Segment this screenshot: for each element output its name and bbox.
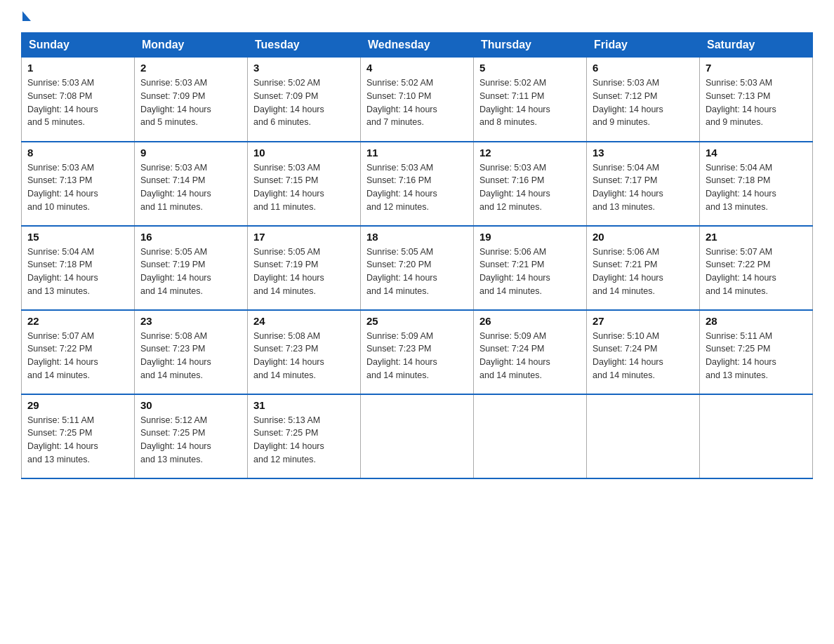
calendar-cell: 2Sunrise: 5:03 AMSunset: 7:09 PMDaylight…: [135, 58, 248, 142]
day-info: Sunrise: 5:03 AMSunset: 7:15 PMDaylight:…: [253, 161, 355, 214]
calendar-cell: 4Sunrise: 5:02 AMSunset: 7:10 PMDaylight…: [361, 58, 474, 142]
calendar-cell: 9Sunrise: 5:03 AMSunset: 7:14 PMDaylight…: [135, 142, 248, 226]
calendar-table: SundayMondayTuesdayWednesdayThursdayFrid…: [21, 32, 813, 479]
day-info: Sunrise: 5:02 AMSunset: 7:09 PMDaylight:…: [253, 76, 355, 129]
calendar-cell: 21Sunrise: 5:07 AMSunset: 7:22 PMDayligh…: [700, 226, 813, 310]
day-number: 17: [253, 231, 355, 243]
calendar-cell: 7Sunrise: 5:03 AMSunset: 7:13 PMDaylight…: [700, 58, 813, 142]
calendar-cell: 24Sunrise: 5:08 AMSunset: 7:23 PMDayligh…: [248, 310, 361, 394]
day-number: 31: [253, 399, 355, 411]
week-row-1: 1Sunrise: 5:03 AMSunset: 7:08 PMDaylight…: [22, 58, 813, 142]
day-number: 30: [140, 399, 241, 411]
day-info: Sunrise: 5:03 AMSunset: 7:16 PMDaylight:…: [366, 161, 468, 214]
day-number: 28: [706, 315, 807, 327]
day-info: Sunrise: 5:03 AMSunset: 7:09 PMDaylight:…: [140, 76, 241, 129]
page-header: [21, 14, 813, 21]
day-info: Sunrise: 5:06 AMSunset: 7:21 PMDaylight:…: [479, 246, 581, 298]
calendar-cell: 20Sunrise: 5:06 AMSunset: 7:21 PMDayligh…: [587, 226, 700, 310]
day-info: Sunrise: 5:09 AMSunset: 7:24 PMDaylight:…: [479, 330, 581, 382]
day-info: Sunrise: 5:03 AMSunset: 7:08 PMDaylight:…: [27, 76, 128, 129]
day-number: 14: [706, 147, 807, 159]
day-info: Sunrise: 5:08 AMSunset: 7:23 PMDaylight:…: [140, 330, 241, 382]
calendar-cell: 6Sunrise: 5:03 AMSunset: 7:12 PMDaylight…: [587, 58, 700, 142]
calendar-cell: 28Sunrise: 5:11 AMSunset: 7:25 PMDayligh…: [700, 310, 813, 394]
calendar-cell: 5Sunrise: 5:02 AMSunset: 7:11 PMDaylight…: [474, 58, 587, 142]
calendar-cell: [700, 394, 813, 478]
day-info: Sunrise: 5:05 AMSunset: 7:19 PMDaylight:…: [140, 246, 241, 298]
logo: [21, 14, 31, 21]
day-info: Sunrise: 5:12 AMSunset: 7:25 PMDaylight:…: [140, 414, 241, 467]
day-number: 16: [140, 231, 241, 243]
calendar-cell: 13Sunrise: 5:04 AMSunset: 7:17 PMDayligh…: [587, 142, 700, 226]
calendar-cell: [361, 394, 474, 478]
day-number: 13: [593, 147, 694, 159]
day-number: 15: [27, 231, 128, 243]
day-number: 4: [366, 62, 468, 74]
calendar-cell: 1Sunrise: 5:03 AMSunset: 7:08 PMDaylight…: [22, 58, 135, 142]
calendar-cell: 25Sunrise: 5:09 AMSunset: 7:23 PMDayligh…: [361, 310, 474, 394]
day-number: 26: [479, 315, 581, 327]
day-info: Sunrise: 5:11 AMSunset: 7:25 PMDaylight:…: [706, 330, 807, 382]
calendar-cell: 26Sunrise: 5:09 AMSunset: 7:24 PMDayligh…: [474, 310, 587, 394]
calendar-cell: 31Sunrise: 5:13 AMSunset: 7:25 PMDayligh…: [248, 394, 361, 478]
day-number: 7: [706, 62, 807, 74]
day-number: 5: [479, 62, 581, 74]
calendar-cell: 10Sunrise: 5:03 AMSunset: 7:15 PMDayligh…: [248, 142, 361, 226]
header-saturday: Saturday: [700, 33, 813, 58]
header-friday: Friday: [587, 33, 700, 58]
day-info: Sunrise: 5:02 AMSunset: 7:11 PMDaylight:…: [479, 76, 581, 129]
calendar-cell: 30Sunrise: 5:12 AMSunset: 7:25 PMDayligh…: [135, 394, 248, 478]
calendar-cell: 3Sunrise: 5:02 AMSunset: 7:09 PMDaylight…: [248, 58, 361, 142]
week-row-5: 29Sunrise: 5:11 AMSunset: 7:25 PMDayligh…: [22, 394, 813, 478]
week-row-3: 15Sunrise: 5:04 AMSunset: 7:18 PMDayligh…: [22, 226, 813, 310]
calendar-cell: 22Sunrise: 5:07 AMSunset: 7:22 PMDayligh…: [22, 310, 135, 394]
day-info: Sunrise: 5:06 AMSunset: 7:21 PMDaylight:…: [593, 246, 694, 298]
day-info: Sunrise: 5:04 AMSunset: 7:18 PMDaylight:…: [27, 246, 128, 298]
day-info: Sunrise: 5:11 AMSunset: 7:25 PMDaylight:…: [27, 414, 128, 467]
day-number: 11: [366, 147, 468, 159]
days-header-row: SundayMondayTuesdayWednesdayThursdayFrid…: [22, 33, 813, 58]
calendar-cell: 18Sunrise: 5:05 AMSunset: 7:20 PMDayligh…: [361, 226, 474, 310]
week-row-2: 8Sunrise: 5:03 AMSunset: 7:13 PMDaylight…: [22, 142, 813, 226]
calendar-cell: 12Sunrise: 5:03 AMSunset: 7:16 PMDayligh…: [474, 142, 587, 226]
calendar-cell: 14Sunrise: 5:04 AMSunset: 7:18 PMDayligh…: [700, 142, 813, 226]
day-info: Sunrise: 5:04 AMSunset: 7:18 PMDaylight:…: [706, 161, 807, 214]
day-number: 8: [27, 147, 128, 159]
day-info: Sunrise: 5:03 AMSunset: 7:16 PMDaylight:…: [479, 161, 581, 214]
calendar-cell: 11Sunrise: 5:03 AMSunset: 7:16 PMDayligh…: [361, 142, 474, 226]
day-number: 10: [253, 147, 355, 159]
header-wednesday: Wednesday: [361, 33, 474, 58]
calendar-cell: 17Sunrise: 5:05 AMSunset: 7:19 PMDayligh…: [248, 226, 361, 310]
calendar-cell: [587, 394, 700, 478]
header-sunday: Sunday: [22, 33, 135, 58]
calendar-cell: 27Sunrise: 5:10 AMSunset: 7:24 PMDayligh…: [587, 310, 700, 394]
day-info: Sunrise: 5:05 AMSunset: 7:19 PMDaylight:…: [253, 246, 355, 298]
day-info: Sunrise: 5:03 AMSunset: 7:13 PMDaylight:…: [27, 161, 128, 214]
day-info: Sunrise: 5:07 AMSunset: 7:22 PMDaylight:…: [27, 330, 128, 382]
day-number: 24: [253, 315, 355, 327]
calendar-cell: 15Sunrise: 5:04 AMSunset: 7:18 PMDayligh…: [22, 226, 135, 310]
day-info: Sunrise: 5:13 AMSunset: 7:25 PMDaylight:…: [253, 414, 355, 467]
calendar-cell: 29Sunrise: 5:11 AMSunset: 7:25 PMDayligh…: [22, 394, 135, 478]
day-info: Sunrise: 5:09 AMSunset: 7:23 PMDaylight:…: [366, 330, 468, 382]
calendar-cell: 19Sunrise: 5:06 AMSunset: 7:21 PMDayligh…: [474, 226, 587, 310]
day-number: 12: [479, 147, 581, 159]
day-number: 18: [366, 231, 468, 243]
day-number: 2: [140, 62, 241, 74]
day-number: 19: [479, 231, 581, 243]
day-number: 1: [27, 62, 128, 74]
day-info: Sunrise: 5:10 AMSunset: 7:24 PMDaylight:…: [593, 330, 694, 382]
logo-triangle-icon: [22, 11, 31, 21]
day-info: Sunrise: 5:03 AMSunset: 7:14 PMDaylight:…: [140, 161, 241, 214]
day-info: Sunrise: 5:07 AMSunset: 7:22 PMDaylight:…: [706, 246, 807, 298]
day-number: 6: [593, 62, 694, 74]
day-info: Sunrise: 5:08 AMSunset: 7:23 PMDaylight:…: [253, 330, 355, 382]
day-info: Sunrise: 5:04 AMSunset: 7:17 PMDaylight:…: [593, 161, 694, 214]
day-info: Sunrise: 5:05 AMSunset: 7:20 PMDaylight:…: [366, 246, 468, 298]
day-number: 20: [593, 231, 694, 243]
calendar-cell: 16Sunrise: 5:05 AMSunset: 7:19 PMDayligh…: [135, 226, 248, 310]
day-number: 25: [366, 315, 468, 327]
day-number: 22: [27, 315, 128, 327]
calendar-cell: [474, 394, 587, 478]
calendar-cell: 23Sunrise: 5:08 AMSunset: 7:23 PMDayligh…: [135, 310, 248, 394]
